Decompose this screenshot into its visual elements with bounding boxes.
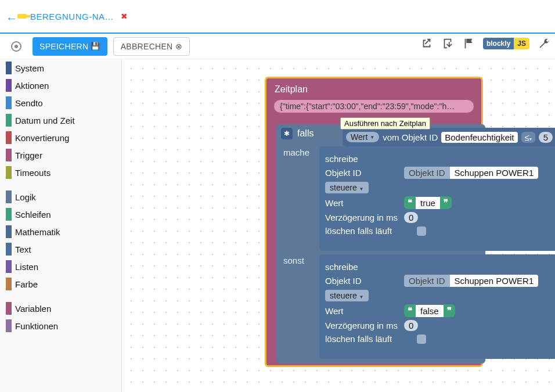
- cat-variablen[interactable]: Variablen: [0, 300, 121, 317]
- cat-konvertierung[interactable]: Konvertierung: [0, 129, 121, 146]
- wert-value-else[interactable]: ❝false❞: [404, 304, 455, 317]
- cancel-x-icon: ⊗: [175, 42, 182, 51]
- cat-logik[interactable]: Logik: [0, 188, 121, 206]
- block-write-then[interactable]: schreibe Objekt ID Objekt ID Schuppen PO…: [319, 146, 555, 251]
- wert-label2: Wert: [325, 306, 399, 316]
- operator-dropdown[interactable]: ≤▾: [521, 132, 535, 143]
- cat-trigger[interactable]: Trigger: [0, 146, 121, 164]
- mache-label: mache: [283, 148, 309, 157]
- toggle-blockly[interactable]: blockly: [483, 38, 514, 49]
- cat-funktionen[interactable]: Funktionen: [0, 317, 121, 335]
- import-icon[interactable]: [441, 37, 454, 50]
- save-button[interactable]: SPEICHERN💾: [33, 37, 107, 56]
- cat-sendto[interactable]: Sendto: [0, 94, 121, 112]
- wert-value-then[interactable]: ❝true❞: [404, 196, 452, 209]
- sonst-label: sonst: [283, 256, 304, 265]
- steuere-dropdown-then[interactable]: steuere ▼: [325, 182, 369, 193]
- delay-value-then[interactable]: 0: [404, 212, 418, 223]
- schreibe-label2: schreibe: [325, 262, 399, 272]
- cancel-button[interactable]: ABBRECHEN⊗: [113, 37, 190, 56]
- zeitplan-json-field[interactable]: {"time":{"start":"03:00","end":"23:59","…: [273, 99, 474, 113]
- view-toggle[interactable]: blockly JS: [483, 38, 529, 49]
- wert-label: Wert: [325, 198, 399, 208]
- oid-field[interactable]: Bodenfeuchtigkeit: [441, 132, 517, 143]
- oid-label2: Objekt ID: [325, 276, 399, 286]
- oid-field-then[interactable]: Objekt ID Schuppen POWER1: [404, 167, 538, 179]
- oid-label: Objekt ID: [325, 168, 399, 178]
- if-mutator-gear-icon[interactable]: ✱: [281, 128, 293, 139]
- toolbar-right: blockly JS: [420, 37, 550, 50]
- clear-label2: löschen falls läuft: [325, 334, 412, 344]
- locate-button[interactable]: [6, 37, 27, 56]
- wrench-icon[interactable]: [538, 37, 550, 50]
- cat-system[interactable]: System: [0, 59, 121, 77]
- cat-text[interactable]: Text: [0, 240, 121, 258]
- main: System Aktionen Sendto Datum und Zeit Ko…: [0, 59, 555, 392]
- cat-listen[interactable]: Listen: [0, 258, 121, 275]
- save-label: SPEICHERN: [39, 42, 88, 51]
- cat-timeouts[interactable]: Timeouts: [0, 164, 121, 181]
- save-unsaved-icon: 💾: [91, 42, 100, 51]
- delay-label2: Verzögerung in ms: [325, 321, 399, 330]
- cancel-label: ABBRECHEN: [121, 42, 173, 51]
- tab-close-icon[interactable]: ✖: [121, 12, 128, 21]
- clear-label: löschen falls läuft: [325, 226, 412, 236]
- block-compare[interactable]: Wert▼ vom Objekt ID Bodenfeuchtigkeit ≤▾…: [343, 128, 555, 146]
- tab-title: BEREGNUNG-NA…: [30, 12, 114, 21]
- target-icon: [11, 41, 21, 52]
- delay-value-else[interactable]: 0: [404, 320, 418, 331]
- script-tab[interactable]: BEREGNUNG-NA… ✖: [17, 12, 128, 21]
- tab-bar: ← BEREGNUNG-NA… ✖: [0, 0, 555, 34]
- cat-aktionen[interactable]: Aktionen: [0, 77, 121, 94]
- schreibe-label: schreibe: [325, 154, 399, 164]
- block-write-else[interactable]: schreibe Objekt ID Objekt ID Schuppen PO…: [319, 254, 555, 359]
- cat-farbe[interactable]: Farbe: [0, 275, 121, 293]
- category-sidebar[interactable]: System Aktionen Sendto Datum und Zeit Ko…: [0, 59, 122, 392]
- back-arrow-icon[interactable]: ←: [6, 12, 15, 21]
- steuere-dropdown-else[interactable]: steuere ▼: [325, 290, 369, 301]
- blockly-canvas[interactable]: Zeitplan {"time":{"start":"03:00","end":…: [122, 59, 555, 392]
- clear-checkbox-else[interactable]: [417, 335, 426, 344]
- clear-checkbox-then[interactable]: [417, 226, 426, 236]
- toolbar: SPEICHERN💾 ABBRECHEN⊗ blockly JS: [0, 34, 555, 59]
- zeitplan-title: Zeitplan: [266, 78, 481, 97]
- oid-field-else[interactable]: Objekt ID Schuppen POWER1: [404, 275, 538, 287]
- delay-label: Verzögerung in ms: [325, 213, 399, 222]
- export-icon[interactable]: [420, 37, 433, 50]
- cat-schleifen[interactable]: Schleifen: [0, 206, 121, 223]
- if-label: falls: [297, 128, 313, 139]
- tooltip: Ausführen nach Zeitplan: [340, 117, 430, 130]
- key-icon: [17, 14, 27, 19]
- flag-icon[interactable]: [462, 37, 475, 50]
- toggle-js[interactable]: JS: [514, 38, 529, 49]
- wert-dropdown[interactable]: Wert▼: [346, 132, 379, 142]
- threshold-value[interactable]: 5: [539, 132, 553, 143]
- cat-mathematik[interactable]: Mathematik: [0, 223, 121, 240]
- cat-datum[interactable]: Datum und Zeit: [0, 112, 121, 129]
- vom-oid-label: vom Objekt ID: [383, 132, 438, 142]
